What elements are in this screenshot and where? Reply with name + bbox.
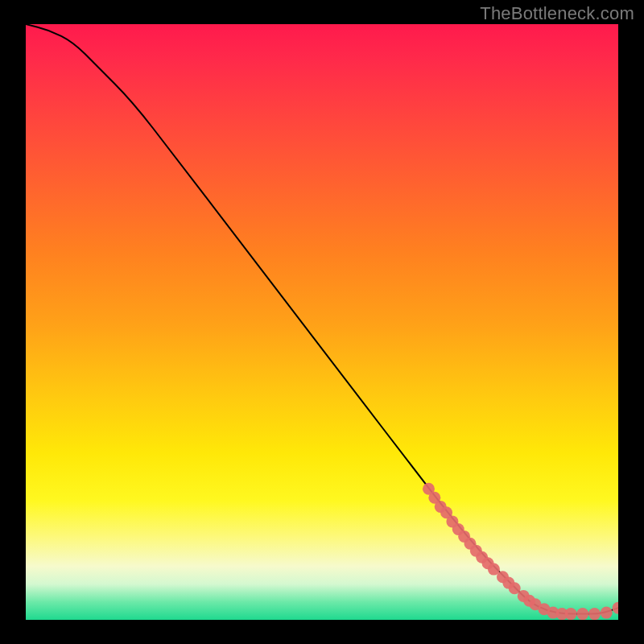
chart-frame: TheBottleneck.com <box>0 0 644 644</box>
bottleneck-curve-line <box>26 24 618 614</box>
chart-plot-area <box>26 24 618 620</box>
sample-point <box>601 607 613 619</box>
watermark-text: TheBottleneck.com <box>480 3 634 24</box>
sample-point <box>576 608 588 620</box>
chart-svg <box>26 24 618 620</box>
sample-point <box>565 608 577 620</box>
sample-point <box>613 602 619 614</box>
sample-point <box>588 608 601 620</box>
sample-points-group <box>423 483 618 620</box>
